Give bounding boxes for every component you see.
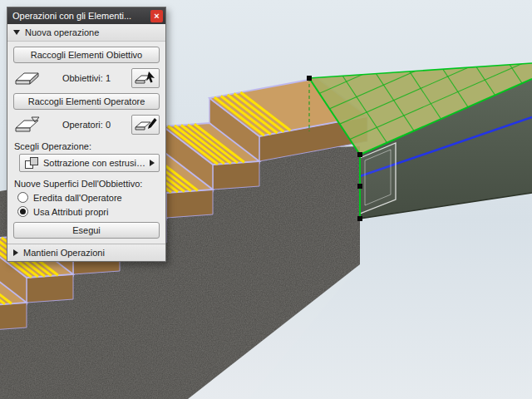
section-new-operation-label: Nuova operazione — [25, 27, 99, 37]
pick-operator-icon — [134, 116, 157, 133]
radio-usa-attributi-row[interactable]: Usa Attributi propri — [17, 206, 155, 217]
solid-operations-palette: Operazioni con gli Elementi... × Nuova o… — [7, 7, 166, 262]
radio-eredita-row[interactable]: Eredita dall'Operatore — [17, 192, 155, 203]
operator-elements-icon — [13, 116, 42, 134]
subtraction-icon — [24, 156, 39, 170]
radio-usa-attributi[interactable] — [17, 206, 28, 217]
radio-usa-attributi-label: Usa Attributi propri — [33, 207, 108, 217]
viewport-3d[interactable]: Operazioni con gli Elementi... × Nuova o… — [0, 0, 532, 399]
section-keep-operations-label: Mantieni Operazioni — [23, 248, 105, 258]
collect-operators-button[interactable]: Raccogli Elementi Operatore — [13, 93, 160, 110]
operation-select[interactable]: Sottrazione con estrusio... — [19, 154, 160, 172]
operators-row: Operatori: 0 — [13, 115, 160, 135]
radio-eredita[interactable] — [17, 192, 28, 203]
operators-count: 0 — [106, 120, 111, 130]
new-surfaces-label: Nuove Superfici Dell'Obbiettivo: — [14, 179, 159, 189]
targets-count-label: Obbiettivi: 1 — [45, 73, 128, 83]
choose-operation-label: Scegli Operazione: — [14, 141, 159, 151]
targets-count: 1 — [106, 73, 111, 83]
operators-count-label: Operatori: 0 — [45, 120, 128, 130]
target-elements-icon — [13, 69, 42, 87]
operation-value: Sottrazione con estrusio... — [43, 158, 145, 168]
section-new-operation[interactable]: Nuova operazione — [7, 24, 165, 42]
targets-row: Obbiettivi: 1 — [13, 68, 160, 88]
radio-eredita-label: Eredita dall'Operatore — [33, 193, 122, 203]
close-button[interactable]: × — [150, 10, 163, 22]
chevron-right-icon — [13, 249, 18, 256]
palette-titlebar[interactable]: Operazioni con gli Elementi... × — [7, 7, 165, 24]
pick-target-icon — [134, 70, 157, 86]
chevron-down-icon — [13, 30, 20, 35]
pick-targets-button[interactable] — [131, 68, 160, 88]
execute-button[interactable]: Esegui — [13, 222, 160, 239]
section-keep-operations[interactable]: Mantieni Operazioni — [7, 244, 165, 261]
collect-targets-button[interactable]: Raccogli Elementi Obiettivo — [13, 47, 160, 63]
flyout-arrow-icon — [150, 160, 155, 166]
pick-operators-button[interactable] — [131, 115, 160, 135]
palette-title: Operazioni con gli Elementi... — [12, 11, 150, 21]
